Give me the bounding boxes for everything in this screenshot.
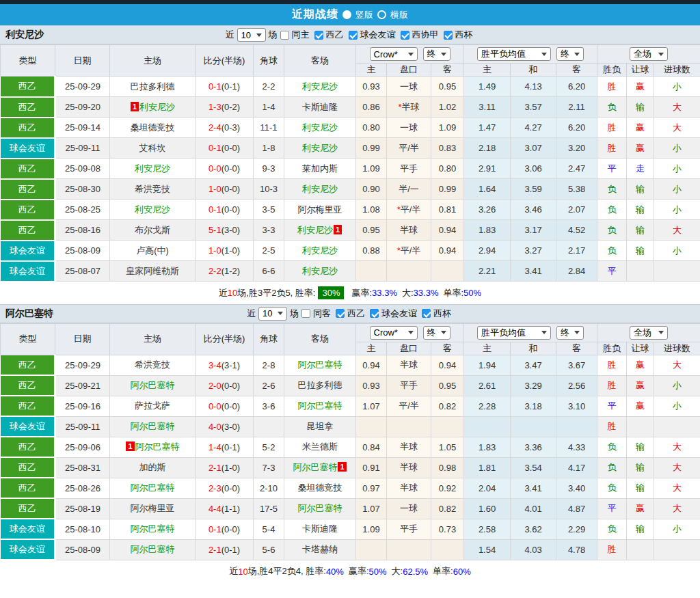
- league-checkbox-1[interactable]: [349, 31, 358, 40]
- handicap-away-odds-cell: 0.94: [431, 241, 464, 261]
- result-group-header: 全场: [597, 323, 700, 342]
- recent-count-select-value: 10: [241, 30, 251, 40]
- team-name-text: 利安尼沙: [302, 266, 338, 276]
- result-text: 负: [608, 204, 617, 215]
- league-checkbox-label-0[interactable]: 西乙: [326, 29, 344, 41]
- handicap-line-text: 平/半: [401, 204, 421, 215]
- fulltime-score: 2-3: [208, 483, 221, 493]
- result-goals-cell: [654, 261, 700, 282]
- handicap-home-odds-cell: 0.86: [356, 97, 387, 118]
- handicap-away-odds-cell: [431, 416, 464, 437]
- handicap-away-odds-cell: 0.98: [431, 457, 464, 478]
- handicap-home-odds-cell: 0.95: [356, 220, 387, 241]
- recent-count-select[interactable]: 10: [237, 28, 266, 42]
- same-venue-checkbox[interactable]: [280, 31, 289, 40]
- corner-cell: 3-3: [254, 220, 284, 241]
- result-text: 赢: [636, 503, 645, 513]
- same-venue-label[interactable]: 同主: [292, 29, 310, 41]
- league-checkbox-label-2[interactable]: 西协甲: [412, 29, 439, 41]
- fulltime-score: 5-1: [208, 225, 221, 235]
- league-checkbox-3[interactable]: [444, 31, 453, 40]
- summary-stat-label-2: 单率:: [443, 287, 463, 299]
- sub-header-avg-away: 客: [556, 342, 597, 355]
- handicap-home-odds-cell: 0.93: [356, 375, 387, 396]
- handicap-away-odds-cell: 0.94: [431, 220, 464, 241]
- result-text: 输: [636, 524, 645, 534]
- team-name-text: 巴拉多利德: [298, 380, 342, 390]
- avg-draw-odds-cell: 3.47: [511, 355, 556, 375]
- result-text: 负: [608, 245, 617, 256]
- vertical-radio[interactable]: [342, 10, 351, 19]
- result-handicap-cell: 走: [627, 159, 654, 179]
- handicap-line-cell: [387, 416, 431, 437]
- odds-group-header: Crow*终: [356, 45, 464, 64]
- handicap-away-odds-cell: 0.83: [431, 138, 464, 159]
- odds-period-select[interactable]: 终: [423, 47, 450, 61]
- odds-company-select[interactable]: Crow*: [370, 326, 418, 340]
- league-checkbox-0[interactable]: [336, 309, 345, 318]
- same-venue-checkbox[interactable]: [301, 309, 310, 318]
- summary-prefix: 近: [219, 287, 228, 299]
- league-checkbox-label-2[interactable]: 西杯: [433, 308, 451, 320]
- result-text: 大: [673, 359, 682, 370]
- avg-home-odds-cell: 2.04: [464, 478, 511, 498]
- halftime-score: (3-0): [221, 422, 240, 432]
- league-checkbox-2[interactable]: [422, 309, 431, 318]
- avg-away-odds-cell: 2.11: [556, 97, 597, 118]
- handicap-line-text: 平手: [400, 524, 418, 534]
- league-checkbox-label-1[interactable]: 球会友谊: [381, 308, 417, 320]
- halftime-score: (0-0): [221, 524, 240, 534]
- result-text: 小: [673, 245, 682, 256]
- avg-home-odds-cell: 1.94: [464, 355, 511, 375]
- odds-company-select-value: Crow*: [374, 49, 398, 59]
- away-cell: 利安尼沙: [284, 261, 356, 282]
- sub-header-handicap-result: 让球: [627, 64, 654, 77]
- avg-period-select-value: 终: [561, 327, 569, 339]
- league-checkbox-2[interactable]: [401, 31, 409, 40]
- handicap-home-odds-cell: 0.88: [356, 241, 387, 261]
- match-row: 西乙25-08-25利安尼沙0-1(0-0)3-5阿尔梅里亚1.08*平/半0.…: [1, 200, 700, 220]
- horizontal-radio-label[interactable]: 横版: [390, 9, 408, 21]
- team-name-text: 希洪竞技: [135, 359, 170, 370]
- avg-period-select[interactable]: 终: [556, 47, 584, 61]
- team-name-text: 阿尔巴塞特: [131, 524, 175, 534]
- match-row: 西乙25-09-16萨拉戈萨0-0(0-0)3-6阿尔巴塞特1.07平/半0.8…: [1, 396, 700, 416]
- result-outcome-cell: 负: [597, 97, 627, 118]
- horizontal-radio[interactable]: [377, 10, 386, 19]
- games-label: 场: [269, 29, 278, 41]
- odds-period-select[interactable]: 终: [423, 326, 450, 340]
- handicap-line-cell: 平手: [387, 159, 431, 179]
- odds-company-select[interactable]: Crow*: [370, 47, 418, 61]
- handicap-line-text: 一球: [400, 81, 418, 92]
- league-checkbox-0[interactable]: [314, 31, 323, 40]
- result-outcome-cell: 胜: [597, 375, 627, 396]
- league-checkbox-label-0[interactable]: 西乙: [347, 308, 365, 320]
- handicap-line-text: 半/一: [399, 184, 419, 194]
- vertical-radio-label[interactable]: 竖版: [355, 9, 373, 21]
- result-text: 赢: [636, 359, 645, 370]
- league-checkbox-label-1[interactable]: 球会友谊: [360, 29, 396, 41]
- league-checkbox-label-3[interactable]: 西杯: [455, 29, 473, 41]
- result-group-header: 全场: [597, 45, 700, 64]
- scope-select[interactable]: 全场: [630, 326, 668, 340]
- match-row: 西乙25-08-19阿尔梅里亚4-4(1-1)17-5阿尔巴塞特1.07一球0.…: [1, 498, 700, 519]
- avg-select[interactable]: 胜平负均值: [477, 326, 551, 340]
- avg-period-select[interactable]: 终: [556, 326, 584, 340]
- score-cell: 2-4(0-3): [196, 118, 254, 138]
- same-venue-label[interactable]: 同客: [313, 308, 331, 320]
- avg-away-odds-cell: 3.67: [556, 355, 597, 375]
- away-cell: 利安尼沙: [284, 118, 356, 138]
- result-goals-cell: 大: [654, 97, 700, 118]
- corner-cell: 1-4: [254, 97, 284, 118]
- avg-select[interactable]: 胜平负均值: [477, 47, 551, 61]
- result-text: 输: [636, 184, 645, 194]
- scope-select[interactable]: 全场: [630, 47, 668, 61]
- match-row: 西乙25-09-21阿尔巴塞特2-0(0-0)2-6巴拉多利德0.93平手0.9…: [1, 375, 700, 396]
- result-text: 平: [608, 266, 617, 276]
- league-checkbox-1[interactable]: [370, 309, 379, 318]
- recent-count-select[interactable]: 10: [258, 307, 287, 321]
- league-cell: 球会友谊: [1, 416, 55, 437]
- avg-home-odds-cell: 1.54: [464, 539, 511, 560]
- result-goals-cell: 小: [654, 159, 700, 179]
- team-name-text: 艾科坎: [139, 143, 166, 153]
